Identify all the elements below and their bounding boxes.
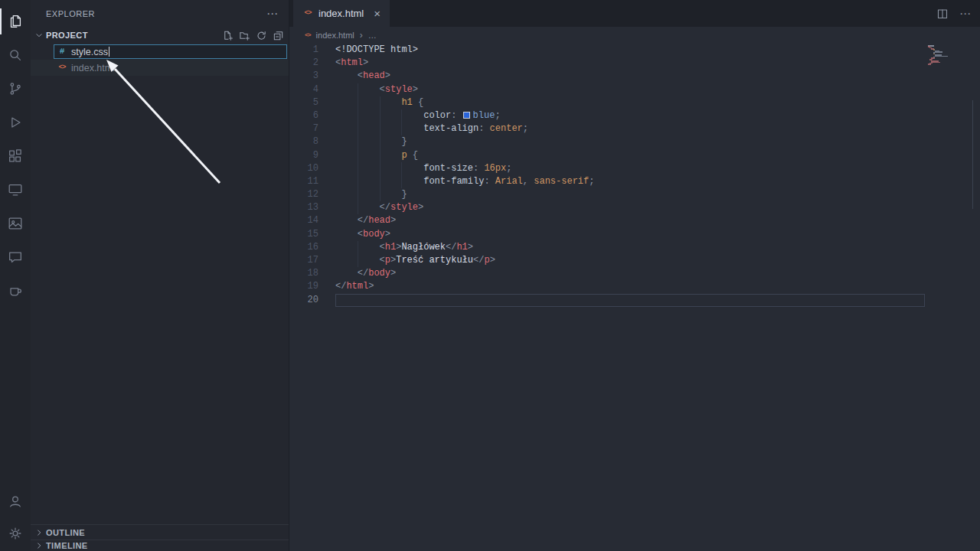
indent-guide bbox=[401, 175, 423, 188]
token: { bbox=[413, 150, 418, 161]
indent-guide bbox=[335, 254, 358, 267]
token: </ bbox=[335, 281, 346, 292]
breadcrumb-file[interactable]: index.html bbox=[316, 31, 354, 40]
activity-source-control[interactable] bbox=[0, 72, 31, 106]
line-content: font-size: 16px; bbox=[335, 162, 511, 175]
activity-extensions[interactable] bbox=[0, 139, 31, 173]
token: head bbox=[363, 70, 385, 81]
code-line-2[interactable]: 2<html> bbox=[289, 57, 980, 70]
views-more-actions-icon[interactable]: ⋯ bbox=[266, 8, 278, 19]
line-number: 7 bbox=[289, 122, 318, 135]
token: > bbox=[363, 57, 368, 68]
indent-guide bbox=[380, 109, 402, 122]
activity-accounts[interactable] bbox=[0, 485, 31, 517]
code-line-4[interactable]: 4<style> bbox=[289, 83, 980, 96]
activity-explorer[interactable] bbox=[0, 5, 31, 38]
new-folder-icon bbox=[239, 30, 250, 41]
line-content: <h1>Nagłówek</h1> bbox=[335, 241, 473, 254]
explorer-toolbar bbox=[222, 30, 284, 41]
new-folder-button[interactable] bbox=[239, 30, 250, 41]
collapse-folders-button[interactable] bbox=[273, 30, 284, 41]
token: p bbox=[401, 150, 412, 161]
line-content: } bbox=[335, 188, 407, 201]
line-number: 8 bbox=[289, 135, 318, 148]
section-header-timeline[interactable]: TIMELINE bbox=[31, 540, 289, 551]
file-item-style.css[interactable]: #style.css bbox=[31, 44, 289, 60]
line-content: <html> bbox=[335, 57, 368, 70]
color-swatch-blue[interactable] bbox=[463, 112, 470, 119]
code-line-8[interactable]: 8} bbox=[289, 135, 980, 148]
code-line-20[interactable]: 20 bbox=[289, 294, 980, 307]
html-file-icon: <> bbox=[302, 10, 313, 17]
more-actions-button[interactable]: ⋯ bbox=[959, 8, 971, 19]
token: html bbox=[341, 57, 363, 68]
file-label: index.html bbox=[71, 63, 115, 73]
line-number: 16 bbox=[289, 241, 318, 254]
code-line-1[interactable]: 1<!DOCTYPE html> bbox=[289, 44, 980, 57]
close-tab-icon[interactable]: × bbox=[374, 8, 381, 19]
activity-remote-explorer[interactable] bbox=[0, 173, 31, 207]
line-content: </html> bbox=[335, 280, 374, 293]
activity-run-and-debug[interactable] bbox=[0, 106, 31, 139]
indent-guide bbox=[358, 188, 380, 201]
activity-search[interactable] bbox=[0, 38, 31, 72]
line-number: 20 bbox=[289, 294, 318, 307]
indent-guide bbox=[358, 109, 380, 122]
code-line-13[interactable]: 13</style> bbox=[289, 201, 980, 214]
rename-input[interactable]: #style.css bbox=[54, 44, 287, 59]
token: </ bbox=[446, 242, 456, 253]
scrollbar-decoration bbox=[972, 100, 973, 209]
code-line-5[interactable]: 5h1 { bbox=[289, 96, 980, 109]
chat-icon bbox=[7, 249, 24, 266]
section-header-outline[interactable]: OUTLINE bbox=[31, 524, 289, 540]
line-number: 6 bbox=[289, 109, 318, 122]
code-line-14[interactable]: 14</head> bbox=[289, 214, 980, 227]
refresh-explorer-button[interactable] bbox=[256, 30, 267, 41]
code-line-17[interactable]: 17<p>Treść artykułu</p> bbox=[289, 254, 980, 267]
token: text-align bbox=[423, 123, 479, 134]
code-line-9[interactable]: 9p { bbox=[289, 149, 980, 162]
token: h1 bbox=[401, 97, 418, 108]
indent-guide bbox=[380, 162, 402, 175]
code-line-15[interactable]: 15<body> bbox=[289, 228, 980, 241]
activity-media-extension[interactable] bbox=[0, 207, 31, 240]
line-number: 3 bbox=[289, 70, 318, 83]
line-content: font-family: Arial, sans-serif; bbox=[335, 175, 594, 188]
minimap-mark bbox=[928, 64, 931, 65]
code-line-11[interactable]: 11font-family: Arial, sans-serif; bbox=[289, 175, 980, 188]
code-line-18[interactable]: 18</body> bbox=[289, 267, 980, 280]
code-line-3[interactable]: 3<head> bbox=[289, 70, 980, 83]
code-line-16[interactable]: 16<h1>Nagłówek</h1> bbox=[289, 241, 980, 254]
activity-tools-extension[interactable] bbox=[0, 274, 31, 308]
new-file-button[interactable] bbox=[222, 30, 234, 41]
tab-index-html[interactable]: <> index.html × bbox=[293, 0, 390, 27]
code-line-6[interactable]: 6color: blue; bbox=[289, 109, 980, 122]
html-file-icon: <> bbox=[57, 64, 67, 71]
file-item-index.html[interactable]: <>index.html bbox=[31, 60, 289, 76]
token: body bbox=[363, 229, 385, 240]
project-section-title: PROJECT bbox=[46, 31, 88, 40]
code-line-10[interactable]: 10font-size: 16px; bbox=[289, 162, 980, 175]
tab-label: index.html bbox=[318, 8, 364, 19]
activity-bar-top bbox=[0, 5, 31, 308]
indent-guide bbox=[401, 162, 423, 175]
activity-manage[interactable] bbox=[0, 517, 31, 549]
indent-guide bbox=[335, 135, 358, 148]
code-line-7[interactable]: 7text-align: center; bbox=[289, 122, 980, 135]
indent-guide bbox=[335, 175, 358, 188]
token: } bbox=[401, 189, 407, 200]
section-header-project[interactable]: PROJECT bbox=[31, 27, 289, 44]
token: Nagłówek bbox=[401, 242, 446, 253]
breadcrumb-symbol[interactable]: … bbox=[368, 31, 377, 40]
minimap[interactable] bbox=[925, 45, 960, 551]
chevron-right-icon: › bbox=[360, 31, 363, 40]
refresh-icon bbox=[256, 30, 267, 41]
split-editor-button[interactable] bbox=[936, 8, 949, 20]
activity-chat-extension[interactable] bbox=[0, 240, 31, 274]
line-content: <!DOCTYPE html> bbox=[335, 44, 418, 57]
code-line-19[interactable]: 19</html> bbox=[289, 280, 980, 293]
token: > bbox=[418, 202, 423, 213]
line-content: h1 { bbox=[335, 96, 423, 109]
token: : bbox=[484, 176, 495, 187]
code-line-12[interactable]: 12} bbox=[289, 188, 980, 201]
